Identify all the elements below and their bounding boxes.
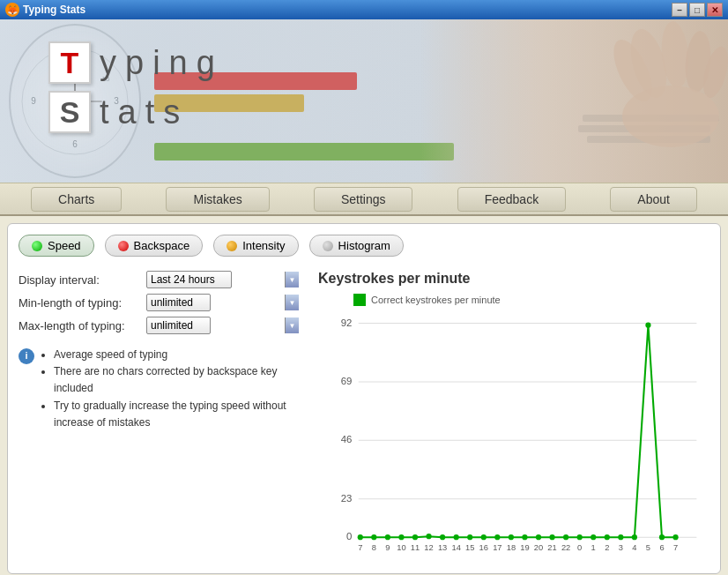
svg-text:6: 6: [659, 543, 664, 552]
display-interval-label: Display interval:: [19, 273, 146, 287]
data-point: [440, 534, 445, 540]
display-interval-select[interactable]: Last 24 hours Last 7 days Last 30 days A…: [146, 271, 232, 288]
min-length-select[interactable]: unlimited 5 10 20: [146, 294, 211, 311]
tab-backspace-label: Backspace: [134, 239, 190, 252]
maximize-button[interactable]: □: [689, 3, 705, 17]
display-interval-arrow: ▼: [285, 272, 299, 288]
svg-text:23: 23: [341, 493, 353, 504]
title-bar: 🦊 Typing Stats – □ ✕: [0, 0, 728, 19]
data-point: [371, 534, 376, 540]
backspace-dot: [118, 241, 129, 251]
data-point: [632, 534, 637, 540]
data-point: [618, 534, 623, 540]
tab-row: Speed Backspace Intensity Histogram: [19, 235, 709, 257]
tab-intensity[interactable]: Intensity: [213, 235, 298, 257]
svg-text:9: 9: [385, 543, 390, 552]
max-length-wrapper: unlimited 50 100 200 ▼: [146, 317, 301, 334]
svg-text:14: 14: [451, 543, 460, 552]
svg-text:46: 46: [341, 434, 353, 444]
svg-text:7: 7: [358, 543, 362, 552]
svg-text:16: 16: [479, 543, 488, 552]
tab-histogram[interactable]: Histogram: [309, 235, 404, 257]
nav-bar: Charts Mistakes Settings Feedback About: [0, 183, 728, 216]
header-banner: 12 3 6 9 27 15 20 T yping S tats: [0, 19, 728, 183]
data-point: [591, 534, 596, 540]
max-length-select[interactable]: unlimited 50 100 200: [146, 317, 211, 334]
nav-about[interactable]: About: [610, 187, 697, 212]
tab-speed[interactable]: Speed: [19, 235, 94, 257]
data-point-peak: [645, 323, 650, 328]
max-length-arrow: ▼: [285, 317, 299, 333]
histogram-dot: [323, 241, 333, 251]
svg-text:17: 17: [493, 543, 501, 552]
max-length-row: Max-length of typing: unlimited 50 100 2…: [19, 317, 301, 334]
chart-container: 92 69 46 23 0 7 8 9 10: [318, 310, 709, 556]
display-interval-wrapper: Last 24 hours Last 7 days Last 30 days A…: [146, 271, 301, 288]
display-interval-row: Display interval: Last 24 hours Last 7 d…: [19, 271, 301, 288]
svg-text:20: 20: [534, 543, 543, 552]
typing-text: yping: [100, 44, 224, 82]
svg-text:92: 92: [341, 317, 353, 328]
svg-text:13: 13: [438, 543, 447, 552]
svg-text:10: 10: [397, 543, 405, 552]
hand-decoration: [420, 19, 728, 183]
info-item-3: Try to gradually increase the typing spe…: [54, 398, 301, 431]
tab-backspace[interactable]: Backspace: [105, 235, 204, 257]
chart-svg: 92 69 46 23 0 7 8 9 10: [318, 310, 709, 556]
min-length-label: Min-length of typing:: [19, 296, 146, 310]
letter-s: S: [48, 91, 91, 133]
tab-intensity-label: Intensity: [242, 239, 285, 252]
svg-text:8: 8: [372, 543, 376, 552]
speed-dot: [32, 241, 42, 251]
svg-text:12: 12: [424, 543, 433, 552]
info-list: Average speed of typing There are no cha…: [41, 347, 301, 431]
data-point: [454, 534, 459, 540]
min-length-row: Min-length of typing: unlimited 5 10 20 …: [19, 294, 301, 311]
svg-text:0: 0: [577, 543, 582, 552]
content-area: Display interval: Last 24 hours Last 7 d…: [19, 271, 709, 556]
data-point: [398, 534, 404, 540]
svg-text:15: 15: [465, 543, 474, 552]
svg-text:69: 69: [341, 376, 353, 386]
data-point: [522, 534, 527, 540]
app-title: T yping S tats: [48, 41, 224, 133]
main-content: Speed Backspace Intensity Histogram Disp…: [7, 223, 721, 574]
max-length-label: Max-length of typing:: [19, 319, 146, 332]
svg-text:0: 0: [346, 531, 352, 541]
data-point: [494, 534, 500, 540]
data-point: [672, 534, 678, 540]
data-point: [358, 534, 363, 540]
data-point: [536, 534, 541, 540]
svg-point-19: [622, 86, 719, 147]
legend-color: [353, 294, 366, 306]
data-point: [412, 534, 418, 540]
nav-charts[interactable]: Charts: [31, 187, 122, 212]
svg-text:2: 2: [605, 543, 609, 552]
nav-feedback[interactable]: Feedback: [457, 187, 566, 212]
info-icon: i: [19, 348, 34, 364]
svg-text:18: 18: [507, 543, 516, 552]
app-icon: 🦊: [5, 3, 19, 17]
chart-title: Keystrokes per minute: [318, 271, 709, 287]
window-controls: – □ ✕: [672, 3, 723, 17]
close-button[interactable]: ✕: [707, 3, 723, 17]
stats-text: tats: [100, 93, 189, 131]
left-panel: Display interval: Last 24 hours Last 7 d…: [19, 271, 301, 556]
data-point: [426, 534, 431, 539]
svg-text:11: 11: [411, 543, 420, 552]
nav-mistakes[interactable]: Mistakes: [166, 187, 269, 212]
nav-settings[interactable]: Settings: [314, 187, 413, 212]
info-box: i Average speed of typing There are no c…: [19, 347, 301, 431]
info-item-1: Average speed of typing: [54, 347, 301, 363]
window-title: Typing Stats: [23, 4, 672, 16]
svg-text:1: 1: [591, 543, 596, 552]
data-point: [467, 534, 472, 540]
data-point: [481, 534, 487, 540]
data-point: [659, 534, 665, 540]
intensity-dot: [227, 241, 237, 251]
svg-text:7: 7: [673, 543, 678, 552]
svg-text:21: 21: [547, 543, 556, 552]
chart-line: [360, 325, 676, 538]
svg-text:5: 5: [646, 543, 650, 552]
minimize-button[interactable]: –: [672, 3, 687, 17]
